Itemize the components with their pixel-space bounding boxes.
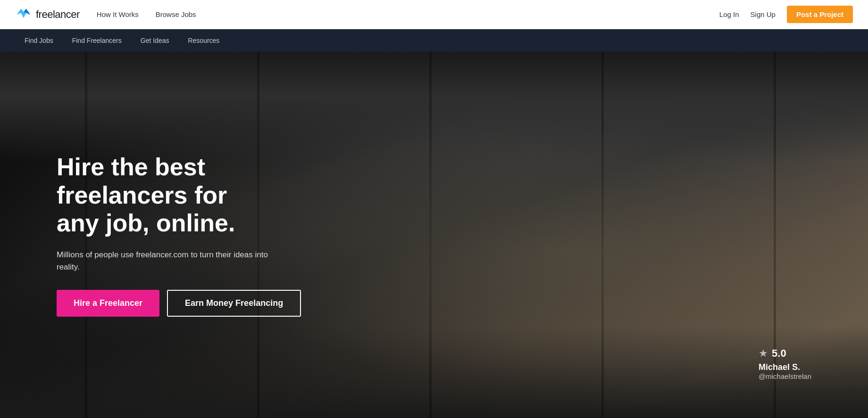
get-ideas-link[interactable]: Get Ideas	[131, 29, 179, 52]
rating-name: Michael S.	[759, 362, 811, 372]
hero-content: Hire the best freelancers for any job, o…	[0, 153, 330, 317]
hero-headline: Hire the best freelancers for any job, o…	[57, 153, 274, 238]
hero-section: Hire the best freelancers for any job, o…	[0, 52, 868, 418]
rating-handle: @michaelstrelan	[759, 372, 811, 380]
secondary-nav: Find Jobs Find Freelancers Get Ideas Res…	[0, 29, 868, 52]
freelancer-logo-icon	[15, 6, 32, 23]
hire-freelancer-button[interactable]: Hire a Freelancer	[57, 290, 159, 317]
browse-jobs-link[interactable]: Browse Jobs	[156, 10, 196, 18]
rating-badge: ★ 5.0 Michael S. @michaelstrelan	[759, 347, 811, 380]
login-button[interactable]: Log In	[719, 10, 739, 18]
how-it-works-link[interactable]: How It Works	[97, 10, 139, 18]
post-project-button[interactable]: Post a Project	[787, 6, 853, 23]
rating-row: ★ 5.0	[759, 347, 811, 360]
resources-link[interactable]: Resources	[178, 29, 229, 52]
logo[interactable]: freelancer	[15, 6, 80, 23]
logo-text: freelancer	[36, 8, 80, 21]
signup-button[interactable]: Sign Up	[751, 10, 776, 18]
hero-buttons: Hire a Freelancer Earn Money Freelancing	[57, 290, 274, 317]
top-nav-left: freelancer How It Works Browse Jobs	[15, 6, 196, 23]
hero-subheading: Millions of people use freelancer.com to…	[57, 249, 274, 273]
find-freelancers-link[interactable]: Find Freelancers	[63, 29, 131, 52]
earn-money-button[interactable]: Earn Money Freelancing	[167, 290, 301, 317]
top-nav-right: Log In Sign Up Post a Project	[719, 6, 853, 23]
rating-score: 5.0	[772, 347, 786, 360]
find-jobs-link[interactable]: Find Jobs	[15, 29, 63, 52]
star-icon: ★	[759, 347, 768, 360]
top-nav: freelancer How It Works Browse Jobs Log …	[0, 0, 868, 29]
